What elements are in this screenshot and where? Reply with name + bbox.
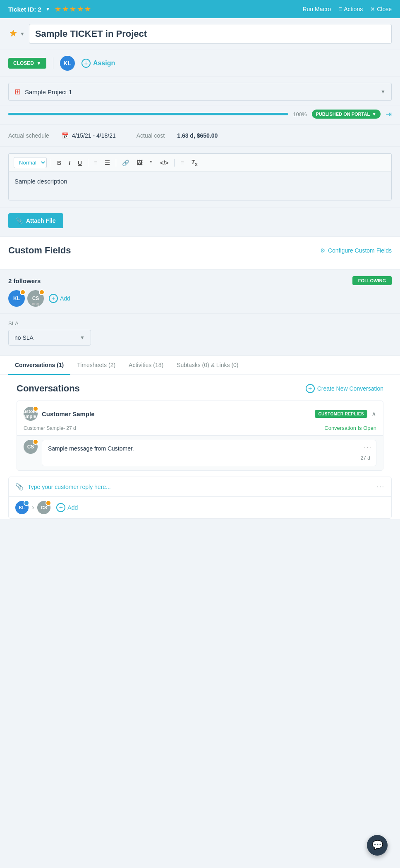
conversations-wrapper: Conversations + Create New Conversation … [0, 375, 400, 519]
star-rating[interactable]: ★★★★★ [55, 5, 92, 14]
format-select[interactable]: Normal [14, 157, 47, 168]
reply-options-button[interactable]: ··· [377, 483, 385, 491]
configure-custom-fields-link[interactable]: ⚙ Configure Custom Fields [320, 247, 392, 254]
conversation-sender: Customer Sample [42, 410, 95, 417]
title-row: ▼ [0, 18, 400, 50]
following-badge[interactable]: FOLLOWING [352, 276, 392, 285]
toolbar-divider2 [88, 159, 88, 167]
follower-avatar-kl[interactable]: KL [8, 290, 25, 307]
image-button[interactable]: 🖼 [135, 159, 144, 167]
align-button[interactable]: ≡ [179, 159, 185, 167]
plus-icon: + [49, 294, 58, 303]
progress-track [8, 113, 288, 115]
conversations-section: Conversations + Create New Conversation … [8, 375, 392, 471]
chevron-down-icon: ▼ [381, 89, 386, 95]
schedule-value: 📅 4/15/21 - 4/18/21 [62, 132, 116, 139]
follower-avatar-cs[interactable]: CS BBQ [27, 290, 44, 307]
customer-replies-badge: CUSTOMER REPLIES [315, 410, 367, 418]
toolbar-divider3 [116, 159, 116, 167]
sla-section: SLA no SLA ▼ [0, 314, 400, 356]
arrow-icon: › [32, 504, 34, 511]
project-icon: ⊞ [14, 87, 21, 96]
tab-conversations[interactable]: Conversations (1) [8, 356, 70, 375]
conversation-item: Customer Sample Customer Sample CUSTOMER… [17, 401, 383, 471]
notification-badge6 [46, 500, 51, 506]
chevron-down-icon[interactable]: ▼ [20, 31, 25, 37]
create-new-conversation-button[interactable]: + Create New Conversation [306, 384, 383, 393]
conversation-avatar[interactable]: Customer Sample [24, 407, 38, 421]
reply-footer: KL › CS + Add [9, 497, 391, 518]
ticket-title-input[interactable] [29, 24, 392, 44]
reply-avatar-kl[interactable]: KL [15, 501, 29, 514]
editor-section: Normal B I U ≡ ☰ 🔗 🖼 " </> ≡ Tx Sample d… [0, 147, 400, 207]
chevron-down-icon[interactable]: ▼ [46, 6, 50, 12]
followers-section: 2 followers FOLLOWING KL CS BBQ + Add [0, 269, 400, 314]
chevron-down-icon: ▼ [36, 60, 41, 66]
cost-value: 1.63 d, $650.00 [177, 132, 218, 139]
notification-badge [20, 289, 26, 295]
reply-input[interactable]: Type your customer reply here... [28, 484, 373, 490]
paperclip-icon: 📎 [16, 217, 23, 224]
custom-fields-header: Custom Fields ⚙ Configure Custom Fields [8, 245, 392, 256]
tabs-bar: Conversations (1) Timesheets (2) Activit… [0, 356, 400, 375]
paperclip-icon: 📎 [15, 483, 24, 491]
plus-icon: + [306, 384, 315, 393]
project-select[interactable]: ⊞ Sample Project 1 ▼ [8, 83, 392, 101]
message-text: Sample message from Customer. [48, 445, 370, 452]
followers-header: 2 followers FOLLOWING [8, 276, 392, 285]
progress-row: 100% PUBLISHED ON PORTAL ▼ ⇥ [0, 105, 400, 125]
conversations-header: Conversations + Create New Conversation [17, 383, 383, 394]
conversation-item-header: Customer Sample Customer Sample CUSTOMER… [17, 401, 383, 424]
reply-avatar-cs[interactable]: CS [37, 501, 50, 514]
quote-button[interactable]: " [148, 159, 154, 167]
top-bar-left: Ticket ID: 2 ▼ ★★★★★ [8, 5, 92, 14]
ticket-id-label[interactable]: Ticket ID: 2 [8, 6, 41, 13]
sla-select[interactable]: no SLA ▼ [8, 330, 91, 346]
unordered-list-button[interactable]: ☰ [103, 159, 112, 167]
toolbar-divider4 [174, 159, 175, 167]
status-badge[interactable]: CLOSED ▼ [8, 58, 46, 69]
actions-button[interactable]: ≡ Actions [338, 5, 363, 13]
tab-timesheets[interactable]: Timesheets (2) [70, 356, 122, 375]
progress-percent: 100% [293, 111, 307, 117]
top-bar-right: Run Macro ≡ Actions ✕ Close [302, 5, 392, 13]
divider [53, 57, 53, 69]
conversation-time: Customer Sample- 27 d [24, 425, 76, 431]
cost-label: Actual cost [137, 132, 165, 139]
notification-badge4 [33, 439, 38, 445]
message-options-button[interactable]: ··· [364, 444, 372, 451]
conversation-status: Conversation Is Open [324, 425, 376, 431]
clear-format-button[interactable]: Tx [189, 158, 199, 167]
notification-badge5 [24, 500, 29, 506]
share-icon[interactable]: ⇥ [386, 110, 392, 119]
code-button[interactable]: </> [158, 159, 170, 167]
calendar-icon: 📅 [62, 132, 69, 139]
assign-button[interactable]: + Assign [81, 59, 115, 68]
plus-icon: + [56, 503, 65, 512]
collapse-icon[interactable]: ∧ [371, 410, 376, 418]
notification-badge3 [33, 406, 38, 412]
run-macro-button[interactable]: Run Macro [302, 6, 331, 12]
attach-section: 📎 Attach File [0, 207, 400, 237]
message-avatar[interactable]: CS [24, 440, 38, 454]
add-follower-button[interactable]: + Add [49, 294, 70, 303]
underline-button[interactable]: U [76, 159, 84, 167]
link-button[interactable]: 🔗 [120, 159, 131, 167]
italic-button[interactable]: I [67, 159, 72, 167]
message-bubble: ··· Sample message from Customer. 27 d [42, 440, 376, 466]
add-recipient-button[interactable]: + Add [56, 503, 78, 512]
published-badge[interactable]: PUBLISHED ON PORTAL ▼ [312, 110, 381, 119]
project-row: ⊞ Sample Project 1 ▼ [0, 77, 400, 105]
description-input[interactable]: Sample description [8, 172, 392, 200]
ticket-type-icon[interactable]: ▼ [8, 29, 25, 39]
attach-file-button[interactable]: 📎 Attach File [8, 213, 63, 228]
schedule-label: Actual schedule [8, 132, 49, 139]
progress-fill [8, 113, 288, 115]
notification-badge2 [39, 289, 45, 295]
tab-activities[interactable]: Activities (18) [122, 356, 170, 375]
ordered-list-button[interactable]: ≡ [92, 159, 99, 167]
bold-button[interactable]: B [55, 159, 63, 167]
tab-subtasks[interactable]: Subtasks (0) & Links (0) [170, 356, 245, 375]
close-button[interactable]: ✕ Close [370, 6, 392, 12]
avatar[interactable]: KL [60, 56, 75, 71]
